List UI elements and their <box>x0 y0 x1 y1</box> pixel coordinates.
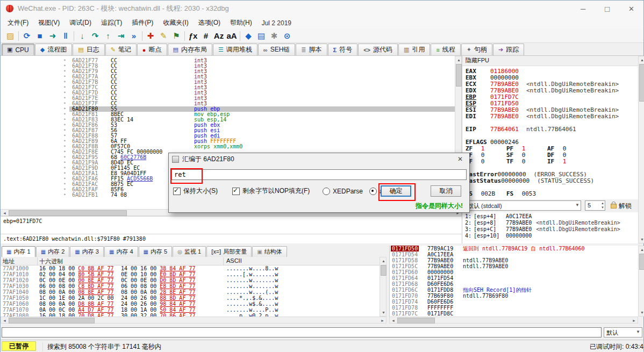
hide-fpu-button[interactable]: 隐藏FPU <box>462 56 638 66</box>
breakpoint-dot[interactable]: • <box>63 187 66 192</box>
argument-row[interactable]: 3:[esp+C]77B9ABE0<ntdll.DbgUiRemoteBreak… <box>465 226 638 233</box>
breakpoint-dot[interactable]: • <box>63 106 66 112</box>
breakpoint-dot[interactable]: • <box>63 144 66 149</box>
register-row[interactable]: LastStatus00000000(STATUS_SUCCESS) <box>466 178 638 184</box>
breakpoint-dot[interactable]: • <box>63 96 66 101</box>
breakpoint-dot[interactable]: • <box>63 101 66 106</box>
stack-row[interactable]: 0171FD78FFFFFFFF <box>390 305 638 311</box>
menu-item-6[interactable]: 选项(O) <box>194 17 225 29</box>
menu-item-5[interactable]: 收藏夹(I) <box>158 17 193 29</box>
dump-row[interactable]: 77AF10200C 00 0E 00 00 8E AF 770C 00 0E … <box>1 277 380 283</box>
breakpoint-dot[interactable]: • <box>63 128 66 133</box>
scrollbar-thumb[interactable] <box>9 318 95 324</box>
scroll-down-icon[interactable] <box>639 236 644 243</box>
breakpoint-dot[interactable]: • <box>63 74 66 80</box>
command-input[interactable] <box>2 327 602 337</box>
scroll-up-icon[interactable] <box>380 257 387 264</box>
stack-row[interactable]: 0171FD74D60FE6D6 <box>390 299 638 305</box>
stack-row[interactable]: 0171FD640171FD54 <box>390 275 638 281</box>
graph-icon[interactable]: ◆ <box>242 30 255 42</box>
animate-icon[interactable]: » <box>127 30 140 42</box>
cancel-button[interactable]: 取消 <box>431 185 461 197</box>
flags-row[interactable]: GS 002BFS 0053 <box>466 191 638 197</box>
flags-row[interactable]: CF 0TF 0IF 1 <box>466 159 638 165</box>
breakpoint-dot[interactable]: • <box>63 155 66 160</box>
breakpoint-dot[interactable]: • <box>63 160 66 166</box>
keep-size-checkbox[interactable]: 保持大小(S) <box>173 185 218 197</box>
open-folder-icon[interactable]: ▨ <box>4 30 17 42</box>
scroll-right-icon[interactable] <box>379 317 386 324</box>
tab-threads[interactable]: ≡线程 <box>431 44 460 55</box>
breakpoint-dot[interactable]: • <box>63 133 66 139</box>
stack-horizontal-scrollbar[interactable] <box>389 317 638 324</box>
xedparse-radio[interactable]: XEDParse <box>323 185 363 197</box>
ok-button[interactable]: 确定 <box>381 185 411 197</box>
disasm-row[interactable]: •6AD21F7CCCint3 <box>1 85 455 90</box>
tab-cpu[interactable]: ▣CPU <box>2 44 34 55</box>
memory-icon[interactable]: ▤ <box>255 30 268 42</box>
step-over-icon[interactable]: ↷ <box>89 30 102 42</box>
checkbox-checked-icon[interactable] <box>232 188 240 195</box>
maximize-icon[interactable] <box>595 1 619 17</box>
tab-dump-4[interactable]: ▦内存 4 <box>104 246 138 257</box>
breakpoint-dot[interactable]: • <box>63 166 66 171</box>
tab-seh[interactable]: ∞SEH链 <box>258 44 296 55</box>
disasm-row[interactable]: •6AD21F7FCCint3 <box>1 101 455 106</box>
dump-horizontal-scrollbar[interactable] <box>1 317 387 324</box>
menu-item-0[interactable]: 文件(F) <box>3 17 33 29</box>
tab-script[interactable]: ≣脚本 <box>296 44 327 55</box>
argument-row[interactable]: 4:[esp+10]00000000 <box>465 233 638 239</box>
step-into-icon[interactable]: ↓ <box>76 30 89 42</box>
disasm-row[interactable]: •6AD21F7DCCint3 <box>1 90 455 96</box>
tab-handles[interactable]: ✦句柄 <box>461 44 492 55</box>
dump-row[interactable]: 77AF10700A 00 0C 00 A4 D7 AF 7718 00 1A … <box>1 307 380 313</box>
tab-source[interactable]: <>源代码 <box>358 44 398 55</box>
breakpoint-dot[interactable]: • <box>63 90 66 96</box>
tab-dump-2[interactable]: ▦内存 2 <box>36 246 70 257</box>
breakpoint-dot[interactable]: • <box>63 123 66 128</box>
breakpoint-dot[interactable]: • <box>63 139 66 144</box>
breakpoint-dot[interactable]: • <box>63 63 66 69</box>
help-icon[interactable]: ⊙ <box>281 30 294 42</box>
menu-item-1[interactable]: 视图(V) <box>33 17 65 29</box>
restart-icon[interactable]: ⟳ <box>20 30 33 42</box>
breakpoint-dot[interactable]: • <box>63 149 66 155</box>
stack-row[interactable]: 0171FD7C0171FD8C <box>390 311 638 317</box>
scroll-down-icon[interactable] <box>639 309 644 316</box>
stack-row[interactable]: 0171FD68D60FE6D6 <box>390 281 638 287</box>
nop-fill-checkbox[interactable]: 剩余字节以NOP填充(F) <box>232 185 310 197</box>
unlock-toggle[interactable]: 解锁 <box>611 202 632 211</box>
disasm-row[interactable]: •6AD21F7BCCint3 <box>1 80 455 85</box>
argument-row[interactable]: 2:[esp+8]77B9ABE0<ntdll.DbgUiRemoteBreak… <box>465 220 638 226</box>
scrollbar-thumb[interactable] <box>639 64 644 102</box>
tab-struct[interactable]: ▣结构体 <box>252 246 287 257</box>
dump-row[interactable]: 77AF103006 00 08 00 C8 8D AF 7706 00 08 … <box>1 283 380 289</box>
disasm-row[interactable]: •6AD21F818BECmov ebp,esp <box>1 112 455 117</box>
stack-row[interactable]: 0171FD5C77B9ABE0ntdll.77B9ABE0 <box>390 263 638 269</box>
tab-dump-5[interactable]: ▦内存 5 <box>139 246 173 257</box>
stop-icon[interactable]: ■ <box>33 30 46 42</box>
run-to-user-icon[interactable]: ⇥ <box>115 30 127 42</box>
stack-row[interactable]: 0171FD5077B9AC19返回到 ntdll.77B9AC19 自 ntd… <box>390 246 638 252</box>
disasm-row[interactable]: •6AD21F8756push esi <box>1 128 455 133</box>
settings-icon[interactable]: ✱ <box>268 30 281 42</box>
strings-icon[interactable]: Az <box>212 30 225 42</box>
scroll-up-icon[interactable] <box>639 56 644 63</box>
dump-row[interactable]: 77AF104008 00 0A 00 08 8E AF 7708 00 0A … <box>1 289 380 295</box>
dialog-close-icon[interactable] <box>451 153 469 164</box>
tab-trace[interactable]: ➔跟踪 <box>493 44 524 55</box>
menu-item-3[interactable]: 追踪(T) <box>96 17 127 29</box>
scroll-left-icon[interactable] <box>1 317 8 324</box>
case-icon[interactable]: aA <box>225 30 238 42</box>
breakpoint-dot[interactable]: • <box>63 176 66 182</box>
step-out-icon[interactable]: ↑ <box>102 30 115 42</box>
argument-row[interactable]: 1:[esp+4]A0C17EEA <box>465 213 638 220</box>
menu-item-2[interactable]: 调试(D) <box>65 17 96 29</box>
scroll-right-icon[interactable] <box>631 317 638 324</box>
disasm-row[interactable]: •6AD21F8383EC 14sub esp,14 <box>1 117 455 123</box>
stack-row[interactable]: 0171FD7077B69F80ntdll.77B69F80 <box>390 293 638 299</box>
argument-count-spinner[interactable]: 5 ▲▼ <box>585 200 605 211</box>
scroll-down-icon[interactable] <box>380 309 387 316</box>
breakpoint-dot[interactable]: • <box>63 58 66 63</box>
tab-notes[interactable]: ✎笔记 <box>105 44 137 55</box>
